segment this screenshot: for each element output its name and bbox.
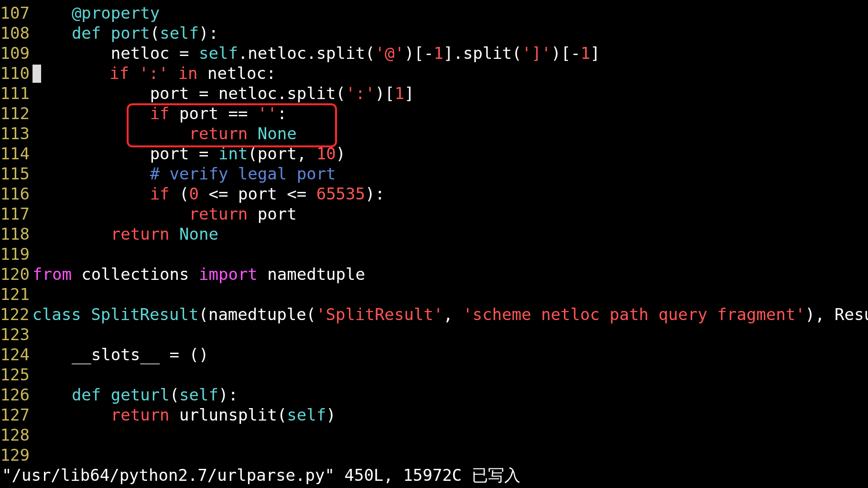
line-number: 110 (0, 63, 31, 83)
line-number: 109 (0, 43, 31, 63)
line-number: 120 (0, 264, 31, 284)
token: : (277, 104, 287, 123)
code-line[interactable]: 114 port = int(port, 10) (0, 144, 868, 164)
code-content[interactable]: port = netloc.split(':')[1] (31, 83, 414, 103)
token: ): (218, 385, 238, 404)
code-line[interactable]: 122class SplitResult(namedtuple('SplitRe… (0, 304, 868, 324)
code-content[interactable]: return urlunsplit(self) (31, 405, 336, 425)
code-line[interactable]: 110 if ':' in netloc: (0, 63, 868, 83)
code-line[interactable]: 107 @property (0, 3, 868, 23)
code-content[interactable]: return None (31, 123, 297, 144)
token: class (32, 305, 81, 324)
code-content[interactable]: # verify legal port (31, 164, 336, 184)
code-content[interactable]: def geturl(self): (31, 385, 238, 405)
code-content[interactable]: def port(self): (31, 23, 218, 43)
token: ( (170, 385, 179, 404)
token: ) (336, 144, 346, 163)
token: 'SplitResult' (316, 305, 443, 324)
line-number: 111 (0, 83, 31, 103)
code-line[interactable]: 121 (0, 284, 868, 304)
token: ): (365, 184, 385, 203)
token: __slots__ = () (33, 345, 208, 364)
token (33, 124, 189, 143)
line-number: 116 (0, 184, 31, 204)
line-number: 119 (0, 244, 31, 264)
token: self (160, 23, 199, 43)
code-line[interactable]: 113 return None (0, 123, 868, 144)
code-line[interactable]: 123 (0, 324, 868, 344)
token (33, 3, 72, 22)
code-content[interactable] (31, 425, 33, 445)
line-number: 115 (0, 164, 31, 184)
token: if (150, 184, 170, 203)
token (33, 204, 189, 223)
line-number: 121 (0, 284, 31, 304)
line-number: 129 (0, 445, 31, 465)
code-line[interactable]: 126 def geturl(self): (0, 385, 868, 405)
token: )[ (375, 84, 394, 103)
code-content[interactable]: netloc = self.netloc.split('@')[-1].spli… (31, 43, 600, 63)
token: return (111, 405, 170, 424)
token: ']' (522, 44, 551, 63)
code-line[interactable]: 115 # verify legal port (0, 164, 868, 184)
code-content[interactable]: if port == '': (31, 103, 287, 123)
code-line[interactable]: 108 def port(self): (0, 23, 868, 43)
token (101, 23, 110, 43)
code-line[interactable]: 127 return urlunsplit(self) (0, 405, 868, 425)
code-content[interactable]: from collections import namedtuple (31, 264, 365, 284)
code-content[interactable] (31, 365, 33, 385)
line-number: 117 (0, 204, 31, 224)
code-content[interactable]: return port (31, 204, 297, 224)
code-content[interactable]: return None (31, 224, 218, 244)
token: netloc = (33, 44, 199, 63)
token (33, 224, 111, 244)
token: 1 (580, 44, 590, 63)
code-line[interactable]: 119 (0, 244, 868, 264)
code-content[interactable]: if (0 <= port <= 65535): (31, 184, 385, 204)
token: self (199, 44, 238, 63)
line-number: 118 (0, 224, 31, 244)
line-number: 123 (0, 324, 31, 344)
token: return (111, 224, 170, 244)
token: 1 (394, 84, 404, 103)
code-line[interactable]: 112 if port == '': (0, 103, 868, 123)
code-line[interactable]: 128 (0, 425, 868, 445)
token (248, 124, 257, 143)
code-content[interactable]: port = int(port, 10) (31, 144, 346, 164)
line-number: 125 (0, 365, 31, 385)
token (33, 23, 72, 43)
code-content[interactable] (31, 324, 33, 344)
code-content[interactable]: __slots__ = () (31, 344, 208, 365)
status-line: "/usr/lib64/python2.7/urlparse.py" 450L,… (2, 465, 521, 485)
token: )[- (404, 44, 434, 63)
code-content[interactable]: @property (31, 3, 160, 23)
code-content[interactable]: if ':' in netloc: (31, 63, 276, 83)
token (33, 405, 111, 424)
code-line[interactable]: 116 if (0 <= port <= 65535): (0, 184, 868, 204)
token: 65535 (316, 184, 365, 203)
code-line[interactable]: 120from collections import namedtuple (0, 264, 868, 284)
code-line[interactable]: 125 (0, 365, 868, 385)
token: ] (404, 84, 414, 103)
code-line[interactable]: 111 port = netloc.split(':')[1] (0, 83, 868, 103)
token: namedtuple (258, 265, 365, 284)
code-content[interactable] (31, 445, 33, 465)
code-line[interactable]: 109 netloc = self.netloc.split('@')[-1].… (0, 43, 868, 63)
code-line[interactable]: 118 return None (0, 224, 868, 244)
code-content[interactable] (31, 284, 33, 304)
token: ] (590, 44, 600, 63)
code-line[interactable]: 129 (0, 445, 868, 465)
token: SplitResult (91, 305, 198, 324)
code-line[interactable]: 124 __slots__ = () (0, 344, 868, 365)
code-editor[interactable]: 107 @property108 def port(self):109 netl… (0, 0, 868, 465)
token: @property (72, 3, 160, 22)
code-content[interactable]: class SplitResult(namedtuple('SplitResul… (30, 304, 868, 324)
code-line[interactable]: 117 return port (0, 204, 868, 224)
line-number: 124 (0, 344, 31, 365)
token (33, 164, 150, 183)
code-content[interactable] (31, 244, 33, 264)
token: 1 (434, 44, 443, 63)
token (129, 64, 139, 83)
token: ( (170, 184, 189, 203)
token: (port, (248, 144, 316, 163)
